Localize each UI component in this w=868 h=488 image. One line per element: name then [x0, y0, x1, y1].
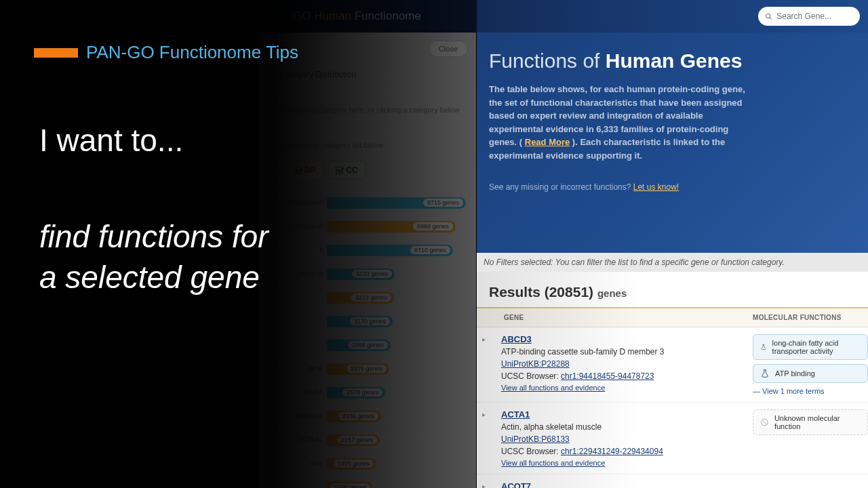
- overlay-want: I want to...: [39, 122, 183, 159]
- table-row: ▸ACTA1Actin, alpha skeletal muscleUniPro…: [477, 403, 868, 474]
- ucsc-link[interactable]: chr1:229431249-229434094: [561, 447, 663, 456]
- uniprot-link[interactable]: UniProtKB:P68133: [501, 434, 570, 444]
- hero-note: See any missing or incorrect functions? …: [489, 182, 856, 192]
- search-gene-field[interactable]: [758, 7, 860, 26]
- view-more-terms[interactable]: — View 1 more terms: [753, 387, 868, 395]
- results-word: genes: [597, 287, 627, 299]
- results-count: Results (20851): [489, 284, 597, 300]
- let-us-know-link[interactable]: Let us know!: [633, 182, 679, 192]
- ucsc-line: UCSC Browser: chr1:94418455-94478723: [501, 371, 739, 381]
- filter-message: No Filters selected: You can filter the …: [484, 258, 785, 267]
- flask-icon: [760, 369, 770, 378]
- overlay-action-l1: find functions for: [39, 217, 269, 258]
- hero-note-a: See any missing or incorrect functions?: [489, 182, 633, 192]
- table-body: ▸ABCD3ATP-binding cassette sub-family D …: [477, 327, 868, 488]
- hero-panel: Functions of Human Genes The table below…: [477, 33, 868, 253]
- table-row: ▸ACOT7: [477, 474, 868, 488]
- results-section: Results (20851) genes GENE MOLECULAR FUN…: [477, 272, 868, 488]
- mf-text: ATP binding: [775, 369, 815, 378]
- svg-point-0: [766, 14, 770, 18]
- col-header-mf[interactable]: MOLECULAR FUNCTIONS: [745, 308, 868, 327]
- mf-text: Unknown molecular function: [774, 414, 861, 430]
- mf-chip[interactable]: long-chain fatty acid transporter activi…: [753, 334, 868, 360]
- gene-name-link[interactable]: ACOT7: [501, 481, 739, 488]
- svg-line-1: [770, 17, 772, 19]
- mf-chip[interactable]: Unknown molecular function: [753, 409, 868, 435]
- overlay-action: find functions for a selected gene: [39, 217, 269, 298]
- hero-title-b: Human Genes: [606, 49, 743, 72]
- svg-line-3: [763, 420, 766, 424]
- gene-info: ACTA1Actin, alpha skeletal muscleUniProt…: [489, 403, 745, 474]
- gene-info: ACOT7: [489, 474, 745, 488]
- gene-name-link[interactable]: ACTA1: [501, 409, 739, 420]
- gene-desc: ATP-binding cassette sub-family D member…: [501, 347, 739, 357]
- gene-name-link[interactable]: ABCD3: [501, 334, 739, 344]
- search-input[interactable]: [776, 12, 853, 21]
- unknown-icon: [760, 418, 769, 427]
- mf-chip[interactable]: ATP binding: [753, 364, 868, 383]
- tips-title: PAN-GO Functionome Tips: [86, 42, 298, 63]
- mf-cell: [745, 474, 868, 488]
- flask-icon: [760, 342, 767, 352]
- expand-toggle[interactable]: ▸: [477, 474, 489, 488]
- overlay-action-l2: a selected gene: [39, 258, 269, 298]
- uniprot-link[interactable]: UniProtKB:P28288: [501, 359, 570, 369]
- overlay-header: PAN-GO Functionome Tips: [34, 42, 298, 63]
- expand-toggle[interactable]: ▸: [477, 327, 489, 402]
- view-all-link[interactable]: View all functions and evidence: [501, 384, 739, 392]
- mf-cell: long-chain fatty acid transporter activi…: [745, 327, 868, 402]
- app-root: GO Human Functionome Functions of Human …: [0, 0, 868, 488]
- mf-cell: Unknown molecular function: [745, 403, 868, 474]
- col-header-gene[interactable]: GENE: [477, 308, 745, 327]
- ucsc-link[interactable]: chr1:94418455-94478723: [561, 371, 654, 381]
- view-all-link[interactable]: View all functions and evidence: [501, 459, 739, 467]
- hero-description: The table below shows, for each human pr…: [489, 83, 747, 162]
- mf-text: long-chain fatty acid transporter activi…: [772, 339, 861, 355]
- filter-bar: No Filters selected: You can filter the …: [477, 253, 868, 272]
- results-header: Results (20851) genes: [477, 272, 868, 307]
- hero-title-a: Functions of: [489, 49, 606, 72]
- search-icon: [765, 12, 772, 21]
- accent-bar: [34, 48, 78, 58]
- hero-title: Functions of Human Genes: [489, 49, 856, 73]
- ucsc-line: UCSC Browser: chr1:229431249-229434094: [501, 447, 739, 456]
- gene-info: ABCD3ATP-binding cassette sub-family D m…: [489, 327, 745, 402]
- table-head: GENE MOLECULAR FUNCTIONS: [477, 307, 868, 327]
- table-row: ▸ABCD3ATP-binding cassette sub-family D …: [477, 327, 868, 403]
- expand-toggle[interactable]: ▸: [477, 403, 489, 474]
- gene-desc: Actin, alpha skeletal muscle: [501, 422, 739, 432]
- read-more-link[interactable]: Read More: [525, 137, 570, 147]
